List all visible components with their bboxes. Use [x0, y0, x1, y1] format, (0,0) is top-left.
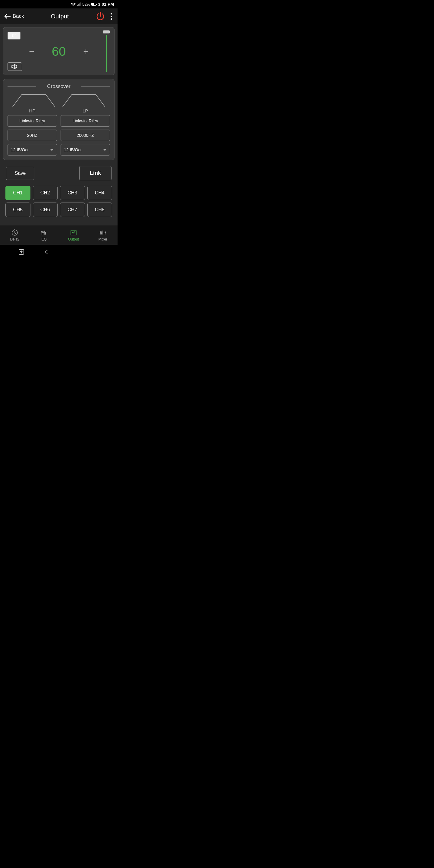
hp-slope-label: 12dB/Oct — [11, 147, 28, 152]
battery-percent: 52% — [82, 2, 90, 7]
bottom-nav-label: Output — [68, 237, 79, 241]
hp-slope-chevron — [50, 149, 54, 151]
lp-trap-col: LP — [61, 93, 110, 113]
hp-trap-col: HP — [7, 93, 57, 113]
hp-filter-button[interactable]: Linkwitz Riley — [7, 115, 57, 127]
status-icons: 52% 3:01 PM — [71, 2, 114, 7]
save-button[interactable]: Save — [6, 167, 34, 180]
channels-section: CH1CH2CH3CH4 CH5CH6CH7CH8 — [3, 186, 115, 222]
hp-slope-select[interactable]: 12dB/Oct — [7, 144, 57, 156]
svg-rect-2 — [78, 4, 79, 6]
bottom-nav-eq[interactable]: EQ — [30, 225, 59, 245]
volume-slider[interactable] — [103, 30, 110, 72]
crossover-card: Crossover HP LP Linkwitz Riley 20HZ — [3, 79, 115, 160]
lp-column: Linkwitz Riley 20000HZ 12dB/Oct — [61, 115, 110, 156]
bottom-nav-label: Delay — [10, 237, 19, 241]
more-menu-button[interactable] — [110, 12, 113, 21]
eq-icon — [40, 229, 48, 236]
crossover-title: Crossover — [7, 84, 110, 90]
speaker-icon — [11, 64, 18, 69]
main-content: 0° − 60 + Crossover — [0, 24, 118, 225]
clock-icon — [11, 229, 19, 236]
channel-button-ch2[interactable]: CH2 — [33, 186, 58, 200]
back-button[interactable]: Back — [4, 13, 24, 19]
volume-card: 0° − 60 + — [3, 27, 115, 75]
back-arrow-icon — [4, 13, 11, 19]
lp-trapezoid — [61, 93, 110, 108]
slider-handle[interactable] — [103, 30, 110, 33]
sys-share-button[interactable] — [18, 248, 25, 255]
mute-button[interactable] — [7, 62, 22, 71]
channel-button-ch1[interactable]: CH1 — [5, 186, 30, 200]
hp-column: Linkwitz Riley 20HZ 12dB/Oct — [7, 115, 57, 156]
channel-button-ch3[interactable]: CH3 — [60, 186, 85, 200]
svg-rect-7 — [96, 4, 97, 5]
volume-value: 60 — [47, 44, 71, 59]
hp-freq-button[interactable]: 20HZ — [7, 130, 57, 141]
svg-rect-1 — [77, 5, 78, 6]
lp-freq-button[interactable]: 20000HZ — [61, 130, 110, 141]
signal-icon — [77, 2, 81, 6]
wifi-icon — [71, 2, 76, 6]
lp-slope-select[interactable]: 12dB/Oct — [61, 144, 110, 156]
sys-home-button[interactable] — [67, 248, 75, 255]
bottom-navigation: DelayEQOutputMixer — [0, 225, 118, 245]
back-label: Back — [13, 13, 24, 19]
volume-increment-button[interactable]: + — [80, 45, 92, 58]
channel-button-ch7[interactable]: CH7 — [60, 203, 85, 217]
link-button[interactable]: Link — [79, 166, 112, 180]
action-row: Save Link — [3, 164, 115, 183]
bottom-nav-delay[interactable]: Delay — [0, 225, 30, 245]
sys-back-button[interactable] — [43, 248, 50, 255]
bottom-nav-label: EQ — [41, 237, 47, 241]
channel-button-ch5[interactable]: CH5 — [5, 203, 30, 217]
lp-label: LP — [83, 108, 88, 113]
hp-label: HP — [29, 108, 36, 113]
page-title: Output — [51, 13, 69, 20]
nav-right — [96, 11, 113, 21]
status-bar: 52% 3:01 PM — [0, 0, 118, 8]
svg-rect-8 — [92, 3, 94, 5]
power-button[interactable] — [96, 11, 105, 21]
crossover-header-row: HP LP — [7, 93, 110, 113]
slider-track — [106, 35, 107, 72]
battery-icon — [91, 3, 97, 6]
bottom-nav-output[interactable]: Output — [59, 225, 88, 245]
svg-rect-5 — [81, 2, 81, 6]
bottom-nav-mixer[interactable]: Mixer — [88, 225, 118, 245]
crossover-columns: Linkwitz Riley 20HZ 12dB/Oct Linkwitz Ri… — [7, 115, 110, 156]
channel-button-ch6[interactable]: CH6 — [33, 203, 58, 217]
svg-point-0 — [73, 5, 73, 6]
mixer-icon — [99, 229, 106, 236]
svg-rect-4 — [80, 3, 81, 6]
bottom-nav-label: Mixer — [98, 237, 107, 241]
system-navigation — [0, 245, 118, 259]
hp-trapezoid — [7, 93, 57, 108]
channel-button-ch8[interactable]: CH8 — [87, 203, 113, 217]
top-navigation: Back Output — [0, 8, 118, 24]
sys-recents-button[interactable] — [93, 248, 100, 255]
channel-row-1: CH1CH2CH3CH4 — [5, 186, 112, 200]
time-display: 3:01 PM — [98, 2, 114, 7]
svg-rect-3 — [79, 4, 80, 6]
lp-slope-chevron — [103, 149, 107, 151]
lp-slope-label: 12dB/Oct — [64, 147, 82, 152]
channel-button-ch4[interactable]: CH4 — [87, 186, 113, 200]
phase-button[interactable]: 0° — [7, 32, 21, 39]
output-icon — [70, 229, 77, 236]
volume-row: − 60 + — [7, 44, 110, 59]
channel-row-2: CH5CH6CH7CH8 — [5, 203, 112, 217]
lp-filter-button[interactable]: Linkwitz Riley — [61, 115, 110, 127]
volume-decrement-button[interactable]: − — [26, 45, 38, 58]
